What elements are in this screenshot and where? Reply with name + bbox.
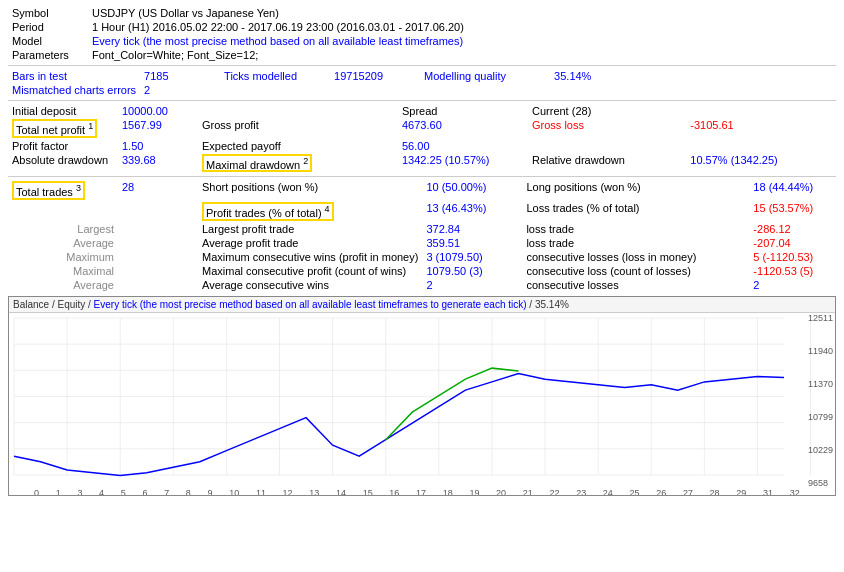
- average-loss-label: loss trade: [522, 236, 749, 250]
- maximal-drawdown-value: 1342.25 (10.57%): [398, 153, 528, 174]
- absolute-drawdown-value: 339.68: [118, 153, 198, 174]
- gross-profit-label: Gross profit: [198, 118, 398, 139]
- header-table: Symbol USDJPY (US Dollar vs Japanese Yen…: [8, 6, 836, 62]
- average-loss-value: -207.04: [749, 236, 836, 250]
- avg-consec-wins-value: 2: [422, 278, 522, 292]
- bars-label: Bars in test: [8, 69, 140, 83]
- relative-drawdown-value: 10.57% (1342.25): [686, 153, 836, 174]
- symbol-label: Symbol: [8, 6, 88, 20]
- chart-title: Balance / Equity / Every tick (the most …: [9, 297, 835, 313]
- initial-deposit-label: Initial deposit: [8, 104, 118, 118]
- profit-trades-value: 13 (46.43%): [422, 201, 522, 222]
- total-net-profit-value: 1567.99: [118, 118, 198, 139]
- gross-loss-value: -3105.61: [686, 118, 836, 139]
- average-profit-label: Average profit trade: [198, 236, 422, 250]
- expected-payoff-label: Expected payoff: [198, 139, 398, 153]
- model-label: Model: [8, 34, 88, 48]
- profit-factor-label: Profit factor: [8, 139, 118, 153]
- modelling-value: 35.14%: [550, 69, 836, 83]
- maximal-consec-loss-value: -1120.53 (5): [749, 264, 836, 278]
- chart-container: Balance / Equity / Every tick (the most …: [8, 296, 836, 496]
- maximum-label: Maximum: [8, 250, 118, 264]
- avg-consec-losses-label: consecutive losses: [522, 278, 749, 292]
- loss-trades-value: 15 (53.57%): [749, 201, 836, 222]
- absolute-drawdown-label: Absolute drawdown: [8, 153, 118, 174]
- spread-value: Current (28): [528, 104, 686, 118]
- avg-consec-losses-value: 2: [749, 278, 836, 292]
- max-consec-wins-value: 3 (1079.50): [422, 250, 522, 264]
- largest-profit-label: Largest profit trade: [198, 222, 422, 236]
- stats-table: Bars in test 7185 Ticks modelled 1971520…: [8, 69, 836, 97]
- gross-loss-label: Gross loss: [528, 118, 686, 139]
- maximal-drawdown-label: Maximal drawdown 2: [198, 153, 398, 174]
- avg-consec-wins-label: Average consecutive wins: [198, 278, 422, 292]
- modelling-label: Modelling quality: [420, 69, 550, 83]
- period-label: Period: [8, 20, 88, 34]
- model-value: Every tick (the most precise method base…: [88, 34, 836, 48]
- trades-table: Total trades 3 28 Short positions (won %…: [8, 180, 836, 291]
- average2-label: Average: [8, 278, 118, 292]
- x-axis-labels: 013 456 789 101112 131415 161718 192021 …: [29, 488, 800, 496]
- maximal-consec-profit-label: Maximal consecutive profit (count of win…: [198, 264, 422, 278]
- largest-profit-value: 372.84: [422, 222, 522, 236]
- max-consec-losses-label: consecutive losses (loss in money): [522, 250, 749, 264]
- profit-trades-highlight: Profit trades (% of total) 4: [202, 202, 334, 221]
- chart-title-text: Balance / Equity / Every tick (the most …: [13, 299, 569, 310]
- mismatched-value: 2: [140, 83, 220, 97]
- profit-trades-label: Profit trades (% of total) 4: [198, 201, 422, 222]
- maximal-drawdown-highlight: Maximal drawdown 2: [202, 154, 312, 173]
- params-label: Parameters: [8, 48, 88, 62]
- long-label: Long positions (won %): [522, 180, 749, 201]
- expected-payoff-value: 56.00: [398, 139, 528, 153]
- total-trades-label: Total trades 3: [8, 180, 118, 201]
- largest-loss-value: -286.12: [749, 222, 836, 236]
- max-consec-wins-label: Maximum consecutive wins (profit in mone…: [198, 250, 422, 264]
- average-profit-value: 359.51: [422, 236, 522, 250]
- short-value: 10 (50.00%): [422, 180, 522, 201]
- period-value: 1 Hour (H1) 2016.05.02 22:00 - 2017.06.1…: [88, 20, 836, 34]
- financial-table: Initial deposit 10000.00 Spread Current …: [8, 104, 836, 173]
- total-trades-value: 28: [118, 180, 198, 201]
- total-trades-highlight: Total trades 3: [12, 181, 85, 200]
- long-value: 18 (44.44%): [749, 180, 836, 201]
- chart-inner: 12511 11940 11370 10799 10229 9658: [9, 313, 835, 488]
- symbol-value: USDJPY (US Dollar vs Japanese Yen): [88, 6, 836, 20]
- ticks-label: Ticks modelled: [220, 69, 330, 83]
- params-value: Font_Color=White; Font_Size=12;: [88, 48, 836, 62]
- ticks-value: 19715209: [330, 69, 420, 83]
- mismatched-label: Mismatched charts errors: [8, 83, 140, 97]
- maximal-consec-loss-label: consecutive loss (count of losses): [522, 264, 749, 278]
- bars-value: 7185: [140, 69, 220, 83]
- total-net-profit-label: Total net profit 1: [8, 118, 118, 139]
- largest-label: Largest: [8, 222, 118, 236]
- spread-label: Spread: [398, 104, 528, 118]
- maximal-label: Maximal: [8, 264, 118, 278]
- max-consec-losses-value: 5 (-1120.53): [749, 250, 836, 264]
- average-label: Average: [8, 236, 118, 250]
- loss-trades-label: Loss trades (% of total): [522, 201, 749, 222]
- largest-loss-label: loss trade: [522, 222, 749, 236]
- maximal-consec-profit-value: 1079.50 (3): [422, 264, 522, 278]
- total-net-profit-highlight: Total net profit 1: [12, 119, 97, 138]
- chart-canvas: [9, 313, 819, 485]
- short-label: Short positions (won %): [198, 180, 422, 201]
- profit-factor-value: 1.50: [118, 139, 198, 153]
- gross-profit-value: 4673.60: [398, 118, 528, 139]
- relative-drawdown-label: Relative drawdown: [528, 153, 686, 174]
- report-container: Symbol USDJPY (US Dollar vs Japanese Yen…: [0, 0, 844, 502]
- initial-deposit-value: 10000.00: [118, 104, 198, 118]
